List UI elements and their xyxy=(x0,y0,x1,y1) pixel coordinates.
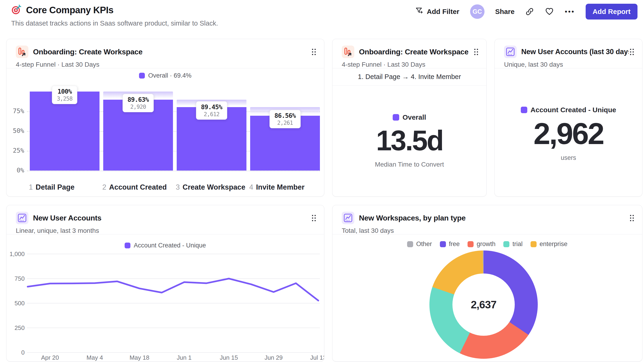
add-report-button[interactable]: Add Report xyxy=(586,4,638,19)
funnel-step-label[interactable]: 1Detail Page xyxy=(29,183,74,191)
legend-item-other[interactable]: Other xyxy=(407,241,432,248)
step-name: Detail Page xyxy=(36,183,74,191)
step-count: 2,612 xyxy=(201,111,222,118)
step-count: 2,920 xyxy=(128,104,149,110)
legend-swatch xyxy=(530,241,536,247)
funnel-chart-icon xyxy=(16,45,28,58)
legend-item-growth[interactable]: growth xyxy=(468,241,496,248)
legend-item-free[interactable]: free xyxy=(440,241,460,248)
line-chart[interactable]: 1,0007505002500Apr 20May 4May 18Jun 1Jun… xyxy=(6,251,324,362)
drag-handle-icon[interactable] xyxy=(310,214,317,223)
card-title[interactable]: Onboarding: Create Workspace xyxy=(359,48,473,56)
y-axis-tick: 1,000 xyxy=(10,251,25,257)
drag-handle-icon[interactable] xyxy=(310,47,317,56)
step-name: Invite Member xyxy=(256,183,304,191)
funnel-step-label[interactable]: 4Invite Member xyxy=(249,183,304,191)
step-number: 3 xyxy=(176,183,180,191)
legend-label: growth xyxy=(476,241,496,248)
legend-label: Other xyxy=(416,241,432,248)
share-button[interactable]: Share xyxy=(495,8,514,15)
drag-handle-icon[interactable] xyxy=(473,47,480,56)
funnel-bar-tooltip: 86.56%2,261 xyxy=(270,110,300,128)
y-axis-tick: 750 xyxy=(15,275,25,282)
legend-item-enterprise[interactable]: enterprise xyxy=(530,241,568,248)
funnel-bar-tooltip: 100%3,258 xyxy=(52,86,77,104)
x-axis-tick: Jul 13 xyxy=(310,354,324,361)
gridline xyxy=(27,171,320,171)
card-header: New Workspaces, by plan type Total, last… xyxy=(332,205,642,234)
card-title[interactable]: New User Accounts xyxy=(33,214,310,222)
step-count: 3,258 xyxy=(57,95,72,102)
card-subtitle: 4-step Funnel · Last 30 Days xyxy=(16,61,317,68)
card-title[interactable]: New User Accounts (last 30 days) xyxy=(521,48,629,56)
conversion-pct: 89.63% xyxy=(128,96,149,103)
legend-label: trial xyxy=(512,241,523,248)
y-axis-tick: 25% xyxy=(6,147,24,154)
funnel-bar-tooltip: 89.45%2,612 xyxy=(196,101,227,120)
x-axis-tick: Jun 29 xyxy=(264,354,283,361)
y-axis-tick: 250 xyxy=(15,324,25,331)
add-filter-label: Add Filter xyxy=(427,8,460,15)
card-new-workspaces-by-plan: New Workspaces, by plan type Total, last… xyxy=(332,205,642,362)
legend-label: free xyxy=(449,241,460,248)
legend-swatch xyxy=(440,241,446,247)
donut-legend: Otherfreegrowthtrialenterprise xyxy=(332,241,642,248)
drag-handle-icon[interactable] xyxy=(629,214,635,223)
metric-legend[interactable]: Account Created - Unique xyxy=(521,106,616,114)
donut-hole: 2,637 xyxy=(452,274,515,336)
legend-label: Account Created - Unique xyxy=(134,242,206,249)
legend-swatch xyxy=(503,241,510,247)
conversion-pct: 86.56% xyxy=(274,112,296,119)
y-axis-tick: 50% xyxy=(6,127,24,134)
card-header: Onboarding: Create Workspace 4-step Funn… xyxy=(332,39,486,68)
drag-handle-icon[interactable] xyxy=(629,47,635,56)
x-axis-tick: May 18 xyxy=(130,354,149,361)
share-label: Share xyxy=(495,8,514,15)
metric-block: Account Created - Unique 2,962 users xyxy=(495,106,642,161)
line-chart-icon xyxy=(342,212,354,224)
line-chart-icon xyxy=(504,45,516,58)
card-title[interactable]: New Workspaces, by plan type xyxy=(359,214,629,222)
funnel-step-label[interactable]: 3Create Workspace xyxy=(176,183,245,191)
legend-swatch xyxy=(521,107,527,113)
conversion-pct: 100% xyxy=(57,88,72,95)
card-header: Onboarding: Create Workspace 4-step Funn… xyxy=(6,39,324,68)
y-axis-tick: 0 xyxy=(22,349,25,356)
page-title: Core Company KPIs xyxy=(26,5,114,15)
step-number: 1 xyxy=(29,183,33,191)
card-header: New User Accounts Linear, unique, last 3… xyxy=(6,205,324,234)
legend-label: Overall xyxy=(402,113,426,121)
page-subtitle: This dataset tracks actions in Saas soft… xyxy=(11,19,218,27)
step-name: Create Workspace xyxy=(182,183,245,191)
line-chart-icon xyxy=(16,212,28,224)
step-count: 2,261 xyxy=(274,120,296,126)
line-legend[interactable]: Account Created - Unique xyxy=(6,242,324,249)
favorite-icon[interactable] xyxy=(545,7,554,16)
legend-swatch xyxy=(124,243,130,248)
legend-label: enterprise xyxy=(540,241,568,248)
card-new-user-accounts-30d: New User Accounts (last 30 days) Unique,… xyxy=(494,39,642,197)
line-series xyxy=(28,279,318,301)
metric-caption: Median Time to Convert xyxy=(375,161,444,168)
funnel-chart-icon xyxy=(342,45,354,58)
card-subtitle: Unique, last 30 days xyxy=(504,61,635,68)
metric-caption: users xyxy=(561,154,576,161)
more-menu-button[interactable]: ••• xyxy=(565,8,575,15)
toolbar: Add Filter GC Share ••• Add Report xyxy=(415,3,638,20)
funnel-step-label[interactable]: 2Account Created xyxy=(102,183,167,191)
legend-item-trial[interactable]: trial xyxy=(503,241,523,248)
donut-chart[interactable]: 2,637 xyxy=(430,251,538,359)
copy-link-button[interactable] xyxy=(525,7,534,16)
card-title[interactable]: Onboarding: Create Workspace xyxy=(33,48,310,56)
dashboard: Core Company KPIs This dataset tracks ac… xyxy=(0,0,644,362)
x-axis-tick: Apr 20 xyxy=(41,354,59,361)
metric-legend[interactable]: Overall xyxy=(393,113,426,121)
y-axis-tick: 75% xyxy=(6,107,24,115)
y-axis-tick: 0% xyxy=(6,167,24,174)
add-filter-button[interactable]: Add Filter xyxy=(415,7,460,17)
metric-value: 2,962 xyxy=(534,118,603,149)
metric-value: 13.5d xyxy=(376,126,443,155)
card-subtitle: Linear, unique, last 3 months xyxy=(16,227,317,234)
legend-swatch xyxy=(468,241,474,247)
avatar[interactable]: GC xyxy=(470,4,484,19)
